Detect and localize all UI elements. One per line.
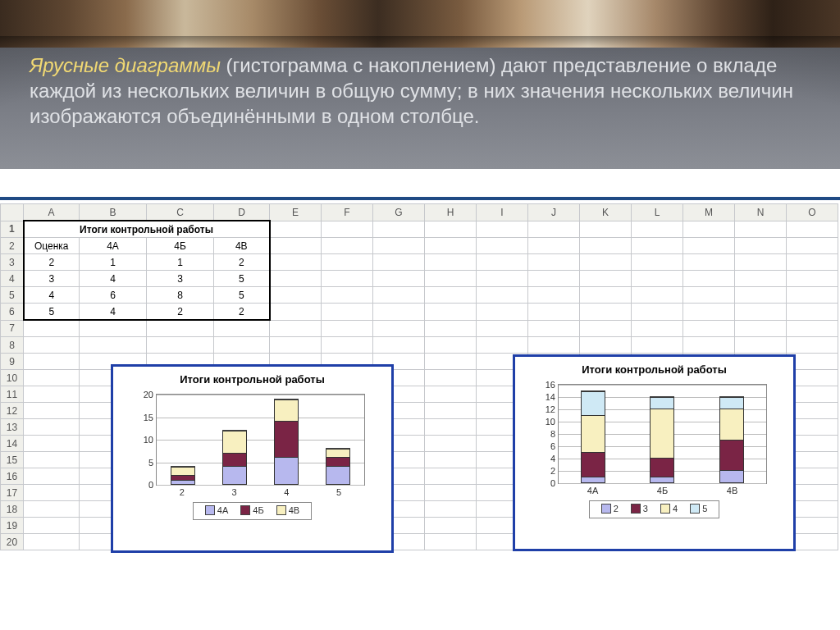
col-header[interactable]: A xyxy=(24,204,80,221)
row-header[interactable]: 2 xyxy=(1,238,24,254)
legend-swatch-icon xyxy=(690,504,700,514)
slide-text: Ярусные диаграммы (гистограмма с накопле… xyxy=(30,52,810,130)
col-header[interactable]: J xyxy=(528,204,580,221)
chart-title: Итоги контрольной работы xyxy=(522,363,787,376)
col-header[interactable]: E xyxy=(270,204,322,221)
cell[interactable]: 2 xyxy=(214,254,270,271)
row-header[interactable]: 4 xyxy=(1,271,24,287)
cell[interactable]: 4 xyxy=(80,304,147,321)
row-header[interactable]: 16 xyxy=(1,468,24,485)
row-header[interactable]: 1 xyxy=(1,221,24,238)
chart-legend: 4А 4Б 4В xyxy=(193,502,312,520)
row-header[interactable]: 6 xyxy=(1,304,24,321)
legend-item: 3 xyxy=(631,504,648,514)
cell[interactable]: 1 xyxy=(80,254,147,271)
col-header[interactable]: H xyxy=(425,204,477,221)
chart-x-labels: 4А 4Б 4В xyxy=(558,486,767,495)
chart-title: Итоги контрольной работы xyxy=(120,373,385,386)
cell[interactable]: 2 xyxy=(214,304,270,321)
slide-text-emphasis: Ярусные диаграммы xyxy=(30,54,221,76)
row-header[interactable]: 12 xyxy=(1,403,24,419)
legend-swatch-icon xyxy=(205,505,215,515)
legend-swatch-icon xyxy=(660,504,670,514)
legend-item: 2 xyxy=(601,504,619,514)
row-header[interactable]: 15 xyxy=(1,452,24,468)
spreadsheet-area: A B C D E F G H I J K L M N O 1 Итоги ко… xyxy=(0,199,840,630)
legend-item: 4Б xyxy=(240,505,263,515)
legend-swatch-icon xyxy=(240,505,250,515)
decorative-header-strip xyxy=(0,0,840,48)
legend-item: 4 xyxy=(660,504,678,514)
chart-left[interactable]: Итоги контрольной работы 05101520 2 3 4 … xyxy=(111,364,394,553)
chart-plot-area: 0246810121416 xyxy=(558,384,767,484)
row-header[interactable]: 11 xyxy=(1,386,24,403)
legend-item: 5 xyxy=(690,504,707,514)
row-header[interactable]: 20 xyxy=(1,534,24,550)
row-header[interactable]: 8 xyxy=(1,337,24,354)
chart-x-labels: 2 3 4 5 xyxy=(156,487,365,497)
row-header[interactable]: 9 xyxy=(1,354,24,370)
legend-item: 4А xyxy=(205,505,228,515)
cell[interactable]: 2 xyxy=(24,254,80,271)
row-header[interactable]: 10 xyxy=(1,370,24,386)
cell[interactable]: 2 xyxy=(147,304,214,321)
cell[interactable]: 5 xyxy=(24,304,80,321)
cell[interactable]: 1 xyxy=(147,254,214,271)
row-header[interactable]: 5 xyxy=(1,287,24,304)
col-header[interactable]: F xyxy=(322,204,373,221)
col-header[interactable]: K xyxy=(580,204,632,221)
cell[interactable]: 4 xyxy=(24,287,80,304)
col-header[interactable]: I xyxy=(477,204,528,221)
col-header[interactable]: D xyxy=(214,204,270,221)
col-header[interactable]: G xyxy=(373,204,425,221)
chart-legend: 2 3 4 5 xyxy=(589,500,720,518)
row-header[interactable]: 18 xyxy=(1,501,24,518)
col-header[interactable]: B xyxy=(80,204,147,221)
col-header[interactable]: N xyxy=(735,204,787,221)
cell[interactable]: 4 xyxy=(80,271,147,287)
cell[interactable]: 8 xyxy=(147,287,214,304)
cell[interactable]: Оценка xyxy=(24,238,80,254)
corner-cell[interactable] xyxy=(1,204,24,221)
col-header[interactable]: L xyxy=(632,204,683,221)
col-header[interactable]: C xyxy=(147,204,214,221)
legend-swatch-icon xyxy=(276,505,286,515)
chart-plot-area: 05101520 xyxy=(156,394,365,486)
row-header[interactable]: 14 xyxy=(1,436,24,452)
cell[interactable]: 3 xyxy=(147,271,214,287)
row-header[interactable]: 3 xyxy=(1,254,24,271)
legend-swatch-icon xyxy=(601,504,611,514)
row-header[interactable]: 17 xyxy=(1,485,24,501)
row-header[interactable]: 13 xyxy=(1,419,24,436)
table-title-cell[interactable]: Итоги контрольной работы xyxy=(24,221,270,238)
cell[interactable]: 5 xyxy=(214,271,270,287)
cell[interactable]: 6 xyxy=(80,287,147,304)
cell[interactable]: 5 xyxy=(214,287,270,304)
column-header-row: A B C D E F G H I J K L M N O xyxy=(1,204,838,221)
cell[interactable]: 3 xyxy=(24,271,80,287)
row-header[interactable]: 7 xyxy=(1,320,24,337)
legend-swatch-icon xyxy=(631,504,641,514)
legend-item: 4В xyxy=(276,505,299,515)
col-header[interactable]: M xyxy=(683,204,735,221)
row-header[interactable]: 19 xyxy=(1,518,24,534)
cell[interactable]: 4Б xyxy=(147,238,214,254)
col-header[interactable]: O xyxy=(787,204,838,221)
chart-right[interactable]: Итоги контрольной работы 0246810121416 4… xyxy=(513,354,796,551)
cell[interactable]: 4В xyxy=(214,238,270,254)
cell[interactable]: 4А xyxy=(80,238,147,254)
